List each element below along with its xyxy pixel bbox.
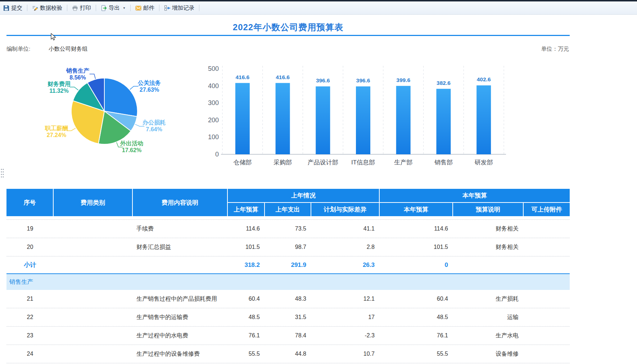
cell-attachment[interactable] [524, 345, 570, 363]
header-cell-category: 费用类别 [54, 189, 133, 216]
cell-cur-budget: 0 [380, 256, 453, 273]
cell-budget-note[interactable]: 财务相关 [453, 220, 524, 238]
cell-diff[interactable]: 17 [311, 308, 380, 326]
pie-label-percent: 27.63% [140, 87, 159, 93]
toolbar-separator [67, 5, 67, 11]
bar-仓储部[interactable] [235, 83, 250, 154]
cell-cur-budget[interactable]: 114.6 [380, 220, 453, 238]
pie-slice-公关法务[interactable] [104, 78, 137, 117]
bar-销售部[interactable] [436, 89, 451, 154]
cell-desc[interactable]: 生产过程中的设备维修费 [133, 345, 228, 363]
cell-category[interactable] [54, 345, 133, 363]
pie-label-name: 办公损耗 [142, 119, 166, 126]
cell-category[interactable] [54, 238, 133, 256]
cell-desc[interactable]: 手续费 [133, 220, 228, 238]
cell-desc[interactable]: 生产销售过程中的产品损耗费用 [133, 290, 228, 308]
print-button[interactable]: 打印 [71, 3, 92, 13]
cell-cur-budget[interactable]: 48.5 [380, 308, 453, 326]
cell-prev-budget[interactable]: 55.5 [228, 345, 265, 363]
mouse-cursor-icon [50, 33, 57, 41]
pie-label-name: 财务费用 [47, 81, 71, 87]
data-validate-button[interactable]: 数据校验 [31, 3, 63, 13]
cell-category[interactable] [54, 308, 133, 326]
cell-attachment[interactable] [524, 220, 570, 238]
cell-budget-note[interactable]: 运输 [453, 308, 524, 326]
pie-label-percent: 8.56% [69, 74, 86, 81]
toolbar-separator [130, 5, 131, 11]
cell-attachment[interactable] [524, 238, 570, 256]
cell-desc[interactable]: 生产销售中的运输费 [133, 308, 228, 326]
pie-label-name: 外出活动 [120, 140, 143, 146]
cell-prev-spend[interactable]: 78.4 [265, 327, 311, 345]
pie-label-leader [90, 74, 96, 79]
cell-cur-budget[interactable]: 60.4 [380, 290, 453, 308]
toolbar-item-label: 增加记录 [172, 4, 194, 12]
cell-prev-budget[interactable]: 48.5 [228, 308, 265, 326]
cell-budget-note[interactable]: 设备维修 [453, 345, 524, 363]
y-axis-tick: 200 [208, 117, 219, 124]
save-button[interactable]: 提交 [2, 3, 23, 13]
x-axis-category-label: 生产部 [394, 159, 412, 166]
cell-diff[interactable]: 10.7 [311, 345, 380, 363]
header-cell-prev-spend: 上年支出 [265, 203, 311, 216]
mail-button[interactable]: 邮件 [134, 3, 155, 13]
cell-desc [133, 256, 228, 273]
cell-category[interactable] [54, 290, 133, 308]
bar-生产部[interactable] [396, 86, 411, 154]
bar-IT信息部[interactable] [356, 86, 370, 154]
header-cell-desc: 费用内容说明 [133, 189, 228, 216]
cell-seq: 19 [6, 220, 54, 238]
table-body: 19手续费114.673.541.1114.6财务相关20财务汇总损益101.5… [6, 220, 570, 363]
cell-prev-spend[interactable]: 73.5 [265, 220, 311, 238]
cell-prev-budget[interactable]: 60.4 [228, 290, 265, 308]
cell-prev-spend[interactable]: 48.3 [265, 290, 311, 308]
cell-attachment[interactable] [524, 308, 570, 326]
bar-采购部[interactable] [276, 83, 290, 154]
cell-diff[interactable]: 41.1 [311, 220, 380, 238]
cell-prev-budget[interactable]: 114.6 [228, 220, 265, 238]
caret-down-icon[interactable]: ▼ [123, 6, 126, 10]
bar-value-label: 396.6 [356, 77, 370, 83]
table-row: 24生产过程中的设备维修费55.544.810.755.5设备维修 [6, 345, 570, 363]
x-axis-category-label: 研发部 [475, 159, 493, 166]
cell-cur-budget[interactable]: 76.1 [380, 327, 453, 345]
cell-prev-spend: 291.9 [265, 256, 311, 273]
cell-category[interactable] [54, 327, 133, 345]
cell-attachment[interactable] [524, 327, 570, 345]
table-row: 20财务汇总损益101.598.72.8101.5财务相关 [6, 238, 570, 256]
cell-prev-spend[interactable]: 44.8 [265, 345, 311, 363]
drag-handle-icon[interactable] [0, 168, 4, 178]
bar-value-label: 402.6 [477, 76, 491, 82]
cell-prev-budget[interactable]: 76.1 [228, 327, 265, 345]
header-cell-cur-budget: 本年预算 [380, 203, 453, 216]
cell-prev-spend[interactable]: 98.7 [265, 238, 311, 256]
cell-category[interactable] [54, 220, 133, 238]
bar-研发部[interactable] [476, 85, 491, 154]
cell-cur-budget[interactable]: 101.5 [380, 238, 453, 256]
toolbar-item-label: 邮件 [143, 4, 154, 12]
cell-desc[interactable]: 财务汇总损益 [133, 238, 228, 256]
cell-diff[interactable]: 2.8 [311, 238, 380, 256]
cell-diff[interactable]: -2.3 [311, 327, 380, 345]
cell-prev-spend[interactable]: 31.5 [265, 308, 311, 326]
x-axis-category-label: 销售部 [434, 159, 453, 166]
cell-budget-note[interactable]: 生产水电 [453, 327, 524, 345]
bar-产品设计部[interactable] [316, 86, 330, 154]
export-button[interactable]: 导出▼ [100, 3, 127, 13]
cell-budget-note[interactable]: 生产损耗 [453, 290, 524, 308]
cell-prev-budget[interactable]: 101.5 [228, 238, 265, 256]
budget-table: 序号 费用类别 费用内容说明 上年情况 本年预算 上年预算 上年支出 计划与实际… [6, 189, 570, 363]
cell-seq: 小计 [6, 256, 54, 273]
table-row: 23生产过程中的水电费76.178.4-2.376.1生产水电 [6, 327, 570, 345]
cell-diff[interactable]: 12.1 [311, 290, 380, 308]
cell-attachment[interactable] [524, 290, 570, 308]
add-record-button[interactable]: 增加记录 [163, 3, 195, 13]
cell-desc[interactable]: 生产过程中的水电费 [133, 327, 228, 345]
cell-cur-budget[interactable]: 55.5 [380, 345, 453, 363]
y-axis-tick: 500 [208, 65, 219, 72]
y-axis-tick: 100 [208, 133, 219, 141]
header-cell-attachment: 可上传附件 [524, 203, 570, 216]
toolbar-item-label: 提交 [11, 4, 22, 12]
table-row: 19手续费114.673.541.1114.6财务相关 [6, 220, 570, 238]
cell-budget-note[interactable]: 财务相关 [453, 238, 524, 256]
